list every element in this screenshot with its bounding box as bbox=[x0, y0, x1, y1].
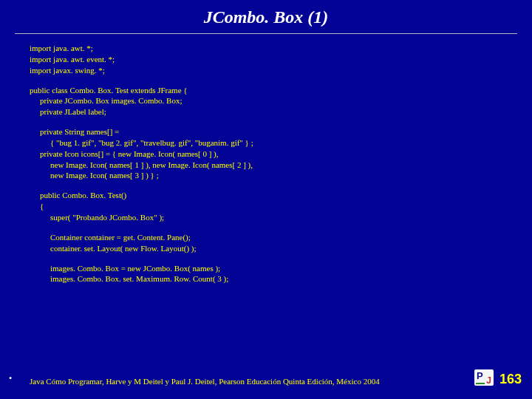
code-line: new Image. Icon( names[ 1 ] ), new Image… bbox=[30, 160, 532, 171]
combo-block: images. Combo. Box = new JCombo. Box( na… bbox=[30, 263, 532, 285]
code-line: images. Combo. Box = new JCombo. Box( na… bbox=[30, 263, 532, 274]
code-line: private JCombo. Box images. Combo. Box; bbox=[30, 95, 532, 106]
code-line: private JLabel label; bbox=[30, 106, 532, 117]
code-line: import java. awt. event. *; bbox=[30, 54, 532, 65]
code-line: { "bug 1. gif", "bug 2. gif", "travelbug… bbox=[30, 137, 532, 149]
code-area: import java. awt. *; import java. awt. e… bbox=[0, 34, 532, 284]
ctor-block: public Combo. Box. Test() { super( "Prob… bbox=[30, 190, 532, 223]
container-block: Container container = get. Content. Pane… bbox=[30, 232, 532, 254]
slide: JCombo. Box (1) import java. awt. *; imp… bbox=[0, 0, 532, 399]
code-line: super( "Probando JCombo. Box" ); bbox=[30, 212, 532, 223]
code-line: images. Combo. Box. set. Maximum. Row. C… bbox=[30, 273, 532, 284]
code-line: import javax. swing. *; bbox=[30, 65, 532, 76]
code-line: private Icon icons[] = { new Image. Icon… bbox=[30, 149, 532, 160]
slide-title: JCombo. Box (1) bbox=[0, 0, 532, 33]
code-line: import java. awt. *; bbox=[30, 43, 532, 54]
publisher-logo: P J bbox=[474, 369, 494, 386]
logo-bar bbox=[476, 383, 485, 384]
fields-block: private String names[] = { "bug 1. gif",… bbox=[30, 126, 532, 181]
code-line: Container container = get. Content. Pane… bbox=[30, 232, 532, 243]
code-line: { bbox=[30, 201, 532, 212]
code-line: container. set. Layout( new Flow. Layout… bbox=[30, 243, 532, 254]
logo-p: P bbox=[477, 370, 483, 381]
footer: • Java Cómo Programar, Harve y M Deitel … bbox=[0, 366, 532, 389]
footer-citation: Java Cómo Programar, Harve y M Deitel y … bbox=[30, 377, 380, 386]
class-decl-block: public class Combo. Box. Test extends JF… bbox=[30, 85, 532, 118]
imports-block: import java. awt. *; import java. awt. e… bbox=[30, 43, 532, 76]
footer-bullet: • bbox=[9, 373, 12, 384]
code-line: new Image. Icon( names[ 3 ] ) } ; bbox=[30, 170, 532, 181]
page-number: 163 bbox=[499, 372, 522, 387]
code-line: private String names[] = bbox=[30, 126, 532, 137]
code-line: public Combo. Box. Test() bbox=[30, 190, 532, 201]
logo-j: J bbox=[486, 375, 491, 386]
code-line: public class Combo. Box. Test extends JF… bbox=[30, 85, 532, 96]
